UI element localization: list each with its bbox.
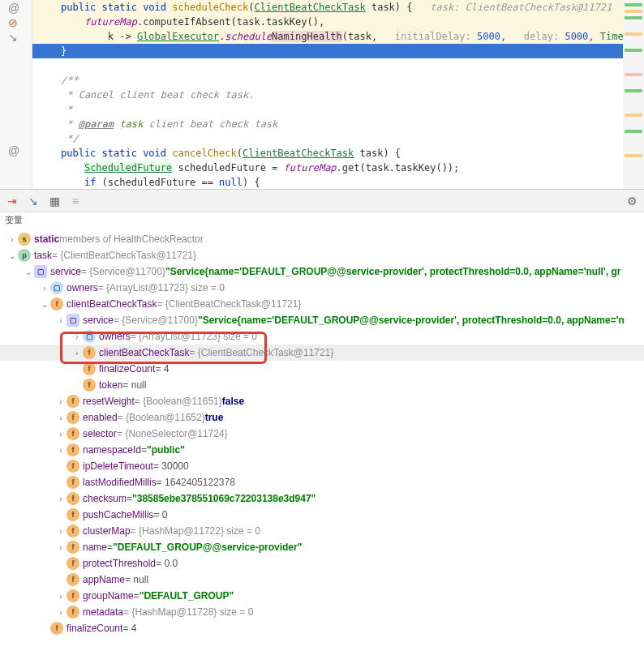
collapse-icon[interactable]: ⌄ bbox=[6, 251, 18, 260]
var-string: "DEFAULT_GROUP" bbox=[140, 590, 234, 602]
var-value: = 4 bbox=[122, 623, 136, 634]
tree-row[interactable]: flastModifiedMillis = 1642405122378 bbox=[0, 474, 644, 490]
current-exec-line: } bbox=[32, 44, 623, 58]
tree-row[interactable]: ffinalizeCount = 4 bbox=[0, 620, 644, 636]
tree-row[interactable]: ⌄fclientBeatCheckTask = {ClientBeatCheck… bbox=[0, 296, 644, 312]
field-badge: f bbox=[67, 508, 79, 521]
field-badge: f bbox=[67, 525, 79, 537]
code-content[interactable]: public static void scheduleCheck(ClientB… bbox=[32, 0, 623, 189]
collapse-icon[interactable]: ⌄ bbox=[23, 268, 34, 276]
expand-icon[interactable]: › bbox=[55, 608, 67, 617]
tree-row[interactable]: ffinalizeCount = 4 bbox=[0, 361, 644, 377]
tree-row[interactable]: fpushCacheMillis = 0 bbox=[0, 507, 644, 523]
var-value: = null bbox=[125, 574, 148, 585]
calculator-icon[interactable]: ▦ bbox=[47, 194, 62, 208]
expand-icon[interactable]: › bbox=[71, 349, 83, 358]
var-value: = 30000 bbox=[153, 460, 189, 472]
variables-tree[interactable]: ›sstatic members of HealthCheckReactor ⌄… bbox=[0, 228, 644, 668]
tree-row[interactable]: ›fnamespaceId = "public" bbox=[0, 442, 644, 458]
debug-icon-2[interactable]: ↘ bbox=[26, 194, 41, 208]
expand-icon[interactable]: › bbox=[39, 284, 50, 293]
text: public static void bbox=[61, 2, 172, 13]
tree-row[interactable]: ›fmetadata = {HashMap@11728} size = 0 bbox=[0, 604, 644, 620]
var-label: groupName bbox=[83, 590, 134, 602]
var-label: selector bbox=[83, 428, 117, 439]
var-label: static bbox=[34, 233, 59, 245]
tree-row[interactable]: ›fname = "DEFAULT_GROUP@@service-provide… bbox=[0, 539, 644, 555]
field-badge: f bbox=[67, 606, 79, 619]
tree-row-static[interactable]: ›sstatic members of HealthCheckReactor bbox=[0, 231, 644, 247]
field-badge: f bbox=[67, 541, 79, 554]
tree-row[interactable]: fipDeleteTimeout = 30000 bbox=[0, 458, 644, 474]
expand-icon[interactable]: › bbox=[55, 446, 67, 455]
debug-toolbar: ⇥ ↘ ▦ ≡ ⚙ bbox=[0, 190, 644, 212]
expand-icon[interactable]: › bbox=[55, 413, 67, 422]
inlay-hint: task: ClientBeatCheckTask@11721 bbox=[430, 2, 612, 13]
var-label: pushCacheMillis bbox=[83, 509, 153, 520]
tree-row[interactable]: ›fresetWeight = {Boolean@11651} false bbox=[0, 393, 644, 409]
tree-row-task[interactable]: ⌄ptask = {ClientBeatCheckTask@11721} bbox=[0, 247, 644, 263]
tree-row[interactable]: ›▢owners = {ArrayList@11723} size = 0 bbox=[0, 328, 644, 345]
var-label: lastModifiedMillis bbox=[83, 477, 157, 488]
tree-row[interactable]: ⌄▢service = {Service@11700} "Service{nam… bbox=[0, 263, 644, 280]
at-marker: @ bbox=[8, 144, 19, 157]
var-label: clientBeatCheckTask bbox=[99, 347, 189, 358]
var-label: clientBeatCheckTask bbox=[67, 298, 157, 310]
tree-row[interactable]: fprotectThreshold = 0.0 bbox=[0, 555, 644, 572]
text: ClientBeatCheckTask bbox=[243, 148, 354, 159]
field-badge: f bbox=[67, 573, 79, 586]
tree-row[interactable]: ›▢owners = {ArrayList@11723} size = 0 bbox=[0, 280, 644, 296]
var-value: = {Boolean@11652} bbox=[118, 412, 205, 423]
field-badge: f bbox=[67, 443, 79, 456]
editor-minimap[interactable] bbox=[623, 0, 644, 189]
var-string: "DEFAULT_GROUP@@service-provider" bbox=[113, 542, 302, 553]
text: task) { bbox=[354, 148, 401, 159]
inlay-hint: delay: bbox=[524, 31, 559, 42]
text: .computeIfAbsent(task.taskKey(), bbox=[137, 16, 324, 28]
expand-icon[interactable]: › bbox=[55, 316, 67, 325]
var-value: = 0 bbox=[153, 509, 167, 520]
list-icon[interactable]: ≡ bbox=[68, 194, 83, 208]
var-bool: false bbox=[222, 396, 244, 407]
var-value: = {HashMap@11728} size = 0 bbox=[123, 606, 253, 618]
expand-icon[interactable]: › bbox=[55, 430, 67, 439]
var-label: resetWeight bbox=[83, 396, 135, 407]
debug-icon-1[interactable]: ⇥ bbox=[5, 194, 19, 208]
text: public static void bbox=[61, 148, 172, 159]
text: schedule bbox=[225, 31, 272, 42]
text: ScheduledFuture bbox=[84, 162, 172, 173]
tree-row[interactable]: ftoken = null bbox=[0, 377, 644, 393]
var-label: checksum bbox=[83, 493, 127, 504]
var-value: = {ArrayList@11723} size = 0 bbox=[98, 282, 225, 293]
tree-row[interactable]: ›fenabled = {Boolean@11652} true bbox=[0, 409, 644, 426]
gear-icon[interactable]: ⚙ bbox=[625, 194, 639, 208]
expand-icon[interactable]: › bbox=[55, 527, 67, 536]
tree-row[interactable]: ›fclusterMap = {HashMap@11722} size = 0 bbox=[0, 523, 644, 539]
tree-row[interactable]: ›▢service = {Service@11700} "Service{nam… bbox=[0, 312, 644, 328]
var-label: name bbox=[83, 542, 107, 553]
text: */ bbox=[32, 131, 623, 146]
stop-icon[interactable]: ⊘ bbox=[8, 16, 18, 29]
collapse-icon[interactable]: ⌄ bbox=[39, 300, 50, 309]
tree-row-selected[interactable]: ›fclientBeatCheckTask = {ClientBeatCheck… bbox=[0, 345, 644, 361]
expand-icon[interactable]: › bbox=[6, 235, 18, 244]
tree-row[interactable]: ›fgroupName = "DEFAULT_GROUP" bbox=[0, 588, 644, 604]
param-badge: p bbox=[18, 249, 31, 262]
expand-icon[interactable]: › bbox=[71, 332, 83, 341]
text: 5000, bbox=[559, 31, 600, 42]
text: * bbox=[32, 102, 623, 117]
expand-icon[interactable]: › bbox=[55, 495, 67, 503]
expand-icon[interactable]: › bbox=[55, 592, 67, 601]
expand-icon[interactable]: › bbox=[55, 543, 67, 552]
tree-row[interactable]: fappName = null bbox=[0, 572, 644, 588]
var-label: namespaceId bbox=[83, 444, 141, 456]
text: client beat check task bbox=[143, 118, 277, 130]
tree-row[interactable]: ›fchecksum = "38585ebe378551069c72203138… bbox=[0, 490, 644, 507]
field-badge: f bbox=[67, 427, 79, 440]
text: (task, bbox=[342, 31, 377, 42]
code-editor[interactable]: @ ⊘ ↘ @ 💡 public static void scheduleChe… bbox=[0, 0, 644, 190]
expand-icon[interactable]: › bbox=[55, 397, 67, 406]
text: scheduledFuture = bbox=[172, 162, 283, 173]
var-label: finalizeCount bbox=[67, 623, 122, 634]
tree-row[interactable]: ›fselector = {NoneSelector@11724} bbox=[0, 426, 644, 442]
